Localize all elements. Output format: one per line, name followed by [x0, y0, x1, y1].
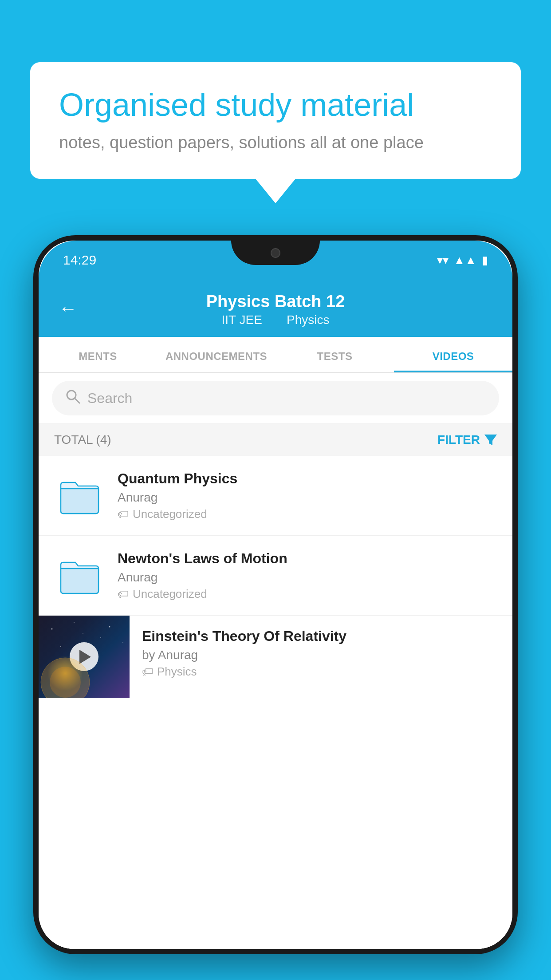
tag-icon-2: 🏷 [118, 587, 129, 601]
folder-icon-1 [54, 470, 105, 521]
video-tag-2: 🏷 Uncategorized [118, 587, 497, 601]
tab-ments[interactable]: MENTS [39, 337, 157, 372]
header-subtitle-iitjee: IIT JEE [222, 313, 262, 327]
video-list: Quantum Physics Anurag 🏷 Uncategorized [39, 456, 512, 949]
svg-point-3 [51, 628, 53, 630]
space-bg [39, 616, 130, 698]
notch [231, 241, 320, 265]
app-header: ← Physics Batch 12 IIT JEE Physics [39, 280, 512, 337]
search-bar[interactable]: Search [52, 381, 499, 415]
video-title-2: Newton's Laws of Motion [118, 550, 497, 567]
svg-point-11 [50, 667, 81, 698]
speech-bubble-title: Organised study material [59, 87, 492, 123]
folder-svg-1 [59, 476, 101, 515]
speech-bubble-subtitle: notes, question papers, solutions all at… [59, 133, 492, 152]
tag-icon-3: 🏷 [142, 665, 153, 679]
search-bar-container: Search [39, 373, 512, 424]
tag-icon-1: 🏷 [118, 507, 129, 521]
svg-point-7 [100, 637, 101, 638]
video-item-3[interactable]: Einstein's Theory Of Relativity by Anura… [39, 616, 512, 698]
phone-mockup: 14:29 ▾▾ ▲▲ ▮ ← Physics Batch 12 IIT JEE… [33, 235, 518, 980]
filter-bar: TOTAL (4) FILTER [39, 424, 512, 456]
svg-point-9 [83, 633, 83, 634]
total-label: TOTAL (4) [54, 433, 111, 447]
video-title-1: Quantum Physics [118, 470, 497, 487]
battery-icon: ▮ [482, 253, 488, 267]
tabs-bar: MENTS ANNOUNCEMENTS TESTS VIDEOS [39, 337, 512, 373]
video-info-3: Einstein's Theory Of Relativity by Anura… [130, 616, 512, 688]
svg-point-5 [109, 626, 110, 628]
speech-bubble-card: Organised study material notes, question… [30, 62, 521, 179]
video-author-3: by Anurag [142, 648, 500, 662]
header-subtitle: IIT JEE Physics [59, 313, 492, 327]
filter-button[interactable]: FILTER [437, 433, 497, 447]
video-author-1: Anurag [118, 490, 497, 505]
filter-icon [484, 435, 497, 445]
tab-videos[interactable]: VIDEOS [394, 337, 512, 372]
back-button[interactable]: ← [59, 298, 77, 319]
svg-point-6 [122, 642, 123, 643]
video-author-2: Anurag [118, 570, 497, 585]
video-info-1: Quantum Physics Anurag 🏷 Uncategorized [118, 470, 497, 521]
video-tag-1: 🏷 Uncategorized [118, 507, 497, 521]
phone-outer-shell: 14:29 ▾▾ ▲▲ ▮ ← Physics Batch 12 IIT JEE… [33, 235, 518, 954]
speech-bubble-arrow [256, 179, 295, 203]
status-time: 14:29 [63, 253, 96, 268]
folder-svg-2 [59, 556, 101, 595]
camera-dot [271, 248, 280, 258]
signal-icon: ▲▲ [454, 253, 476, 267]
search-input[interactable]: Search [87, 390, 132, 407]
wifi-icon: ▾▾ [437, 253, 449, 267]
svg-marker-2 [484, 435, 497, 445]
svg-point-8 [60, 646, 61, 647]
folder-icon-2 [54, 550, 105, 601]
header-title: Physics Batch 12 [59, 292, 492, 311]
video-thumbnail-3 [39, 616, 130, 698]
header-subtitle-physics: Physics [287, 313, 329, 327]
phone-screen: 14:29 ▾▾ ▲▲ ▮ ← Physics Batch 12 IIT JEE… [39, 241, 512, 949]
speech-bubble-section: Organised study material notes, question… [30, 62, 521, 203]
tab-tests[interactable]: TESTS [276, 337, 394, 372]
video-item-2[interactable]: Newton's Laws of Motion Anurag 🏷 Uncateg… [39, 536, 512, 616]
status-bar: 14:29 ▾▾ ▲▲ ▮ [39, 241, 512, 280]
tab-announcements[interactable]: ANNOUNCEMENTS [157, 337, 276, 372]
video-title-3: Einstein's Theory Of Relativity [142, 628, 500, 644]
svg-point-4 [74, 622, 75, 623]
svg-line-1 [75, 399, 79, 403]
search-icon [65, 389, 80, 407]
video-info-2: Newton's Laws of Motion Anurag 🏷 Uncateg… [118, 550, 497, 601]
status-icons: ▾▾ ▲▲ ▮ [437, 253, 488, 267]
video-tag-3: 🏷 Physics [142, 665, 500, 679]
video-item-1[interactable]: Quantum Physics Anurag 🏷 Uncategorized [39, 456, 512, 536]
